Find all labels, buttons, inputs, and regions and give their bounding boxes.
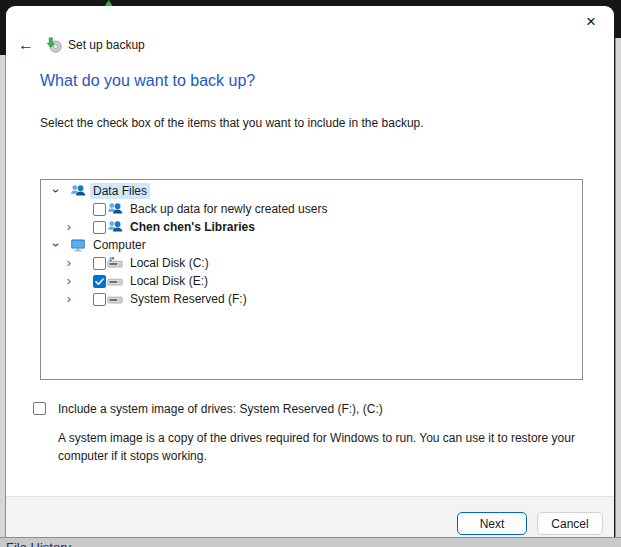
tree-item-label[interactable]: System Reserved (F:) bbox=[127, 291, 250, 307]
item-checkbox[interactable] bbox=[93, 275, 106, 288]
disk-icon bbox=[107, 291, 123, 307]
back-arrow-icon: ← bbox=[18, 36, 34, 53]
chevron-collapsed-icon[interactable]: › bbox=[62, 292, 76, 306]
chevron-collapsed-icon[interactable]: › bbox=[62, 256, 76, 270]
users-icon bbox=[107, 201, 123, 217]
chevron-expanded-icon[interactable]: › bbox=[49, 238, 63, 252]
disk-icon bbox=[107, 273, 123, 289]
backup-items-tree: ›Data FilesBack up data for newly create… bbox=[40, 179, 583, 380]
dialog-header: ← Set up backup bbox=[14, 34, 145, 56]
item-checkbox[interactable] bbox=[93, 293, 106, 306]
item-checkbox[interactable] bbox=[93, 203, 106, 216]
tree-item-label[interactable]: Data Files bbox=[90, 183, 150, 199]
include-system-image-label[interactable]: Include a system image of drives: System… bbox=[58, 402, 383, 416]
backup-app-icon bbox=[46, 37, 62, 53]
close-button[interactable]: × bbox=[576, 10, 606, 34]
tree-item-label[interactable]: Back up data for newly created users bbox=[127, 201, 330, 217]
page-heading: What do you want to back up? bbox=[40, 72, 255, 90]
tree-item-label[interactable]: Local Disk (E:) bbox=[127, 273, 211, 289]
tree-row[interactable]: Back up data for newly created users bbox=[41, 200, 582, 218]
background-window-edge-right bbox=[615, 38, 621, 537]
tree-row[interactable]: ›Local Disk (C:) bbox=[41, 254, 582, 272]
users-icon bbox=[107, 219, 123, 235]
background-file-history-label: File History bbox=[6, 541, 71, 547]
tree-row[interactable]: ›Local Disk (E:) bbox=[41, 272, 582, 290]
computer-icon bbox=[70, 237, 86, 253]
close-icon: × bbox=[586, 12, 596, 31]
chevron-collapsed-icon[interactable]: › bbox=[62, 274, 76, 288]
tree-row[interactable]: ›System Reserved (F:) bbox=[41, 290, 582, 308]
dialog-footer: Next Cancel bbox=[6, 496, 614, 537]
dialog-title: Set up backup bbox=[68, 38, 145, 52]
item-checkbox[interactable] bbox=[93, 221, 106, 234]
back-button[interactable]: ← bbox=[14, 34, 38, 56]
tree-item-label[interactable]: Chen chen's Libraries bbox=[127, 219, 258, 235]
background-window-bottom: File History bbox=[0, 537, 621, 547]
cancel-button[interactable]: Cancel bbox=[537, 512, 603, 535]
screen: File History × ← Set up backup What do y… bbox=[0, 0, 621, 547]
include-system-image-checkbox[interactable] bbox=[33, 402, 46, 415]
tree-row[interactable]: ›Data Files bbox=[41, 182, 582, 200]
item-checkbox[interactable] bbox=[93, 257, 106, 270]
setup-backup-dialog: × ← Set up backup What do you want to ba… bbox=[6, 6, 614, 537]
chevron-expanded-icon[interactable]: › bbox=[49, 184, 63, 198]
tree-row[interactable]: ›Computer bbox=[41, 236, 582, 254]
page-instruction: Select the check box of the items that y… bbox=[40, 116, 424, 130]
users-icon bbox=[70, 183, 86, 199]
tree-item-label[interactable]: Computer bbox=[90, 237, 149, 253]
tree-row[interactable]: ›Chen chen's Libraries bbox=[41, 218, 582, 236]
tree-item-label[interactable]: Local Disk (C:) bbox=[127, 255, 212, 271]
system-image-description: A system image is a copy of the drives r… bbox=[58, 430, 580, 465]
check-icon bbox=[94, 276, 105, 287]
disk-windows-icon bbox=[107, 255, 123, 271]
include-system-image-row: Include a system image of drives: System… bbox=[33, 402, 383, 416]
next-button[interactable]: Next bbox=[457, 512, 527, 535]
chevron-collapsed-icon[interactable]: › bbox=[62, 220, 76, 234]
